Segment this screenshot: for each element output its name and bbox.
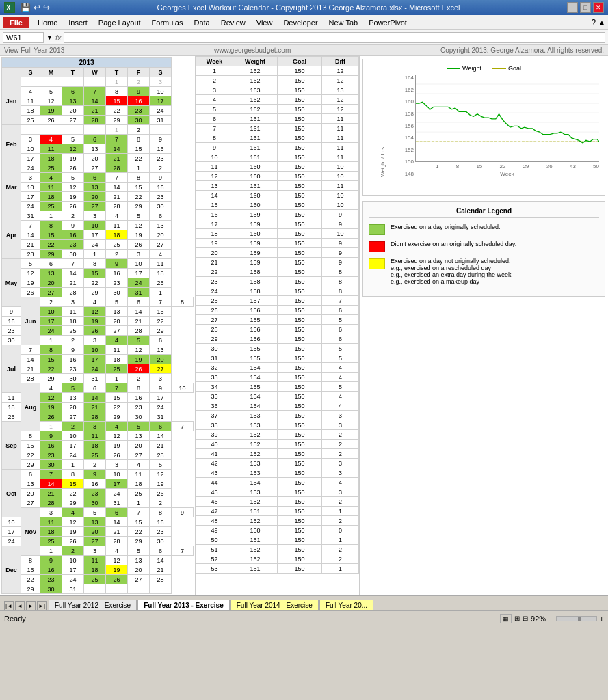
cal-day[interactable]: 30 <box>128 412 150 422</box>
cell-reference-input[interactable] <box>3 32 44 43</box>
cal-day[interactable]: 17 <box>62 441 84 450</box>
cal-day[interactable]: 6 <box>128 297 150 307</box>
cal-day[interactable]: 7 <box>106 135 128 144</box>
cal-day[interactable]: 5 <box>128 336 150 345</box>
cal-day[interactable]: 12 <box>150 470 172 479</box>
cal-day[interactable]: 31 <box>150 412 172 422</box>
cal-day[interactable]: 16 <box>150 144 172 154</box>
cal-day[interactable]: 19 <box>21 278 40 288</box>
cal-day[interactable]: 20 <box>21 489 40 498</box>
cal-day[interactable]: 1 <box>84 250 106 259</box>
cal-day[interactable]: 26 <box>62 537 84 546</box>
cal-day[interactable]: 18 <box>84 441 106 450</box>
cal-day[interactable]: 15 <box>40 230 62 240</box>
cal-day[interactable]: 21 <box>106 154 128 163</box>
cal-day[interactable]: 1 <box>40 211 62 221</box>
cal-day[interactable]: 14 <box>62 269 84 278</box>
cal-day[interactable]: 7 <box>84 87 106 96</box>
cal-day[interactable]: 3 <box>21 135 40 144</box>
cal-day[interactable]: 23 <box>106 278 128 288</box>
cal-day[interactable]: 2 <box>128 374 150 383</box>
cal-day[interactable]: 5 <box>128 422 150 431</box>
cal-day[interactable]: 29 <box>128 537 150 546</box>
cal-day[interactable]: 2 <box>62 422 84 431</box>
cal-day[interactable]: 25 <box>62 326 84 336</box>
cal-day[interactable]: 9 <box>106 259 128 269</box>
cal-day[interactable]: 22 <box>21 575 40 584</box>
cal-day[interactable]: 21 <box>21 364 40 374</box>
cal-day[interactable]: 30 <box>2 336 21 345</box>
cal-day[interactable]: 27 <box>128 450 150 460</box>
cal-day[interactable]: 20 <box>84 192 106 202</box>
close-button[interactable]: ✕ <box>593 2 604 13</box>
home-menu[interactable]: Home <box>32 17 63 28</box>
cal-day[interactable]: 10 <box>106 470 128 479</box>
cal-day[interactable]: 16 <box>150 517 172 527</box>
cal-day[interactable]: 17 <box>62 565 84 575</box>
cal-day[interactable]: 23 <box>128 106 150 116</box>
cal-day[interactable]: 26 <box>128 364 150 374</box>
cal-day[interactable]: 25 <box>150 278 172 288</box>
cal-day[interactable]: 27 <box>84 202 106 211</box>
cal-day[interactable]: 17 <box>84 230 106 240</box>
cal-day[interactable]: 1 <box>40 422 62 431</box>
cal-day[interactable]: 5 <box>128 546 150 556</box>
restore-button[interactable]: □ <box>580 2 591 13</box>
cal-day[interactable]: 7 <box>106 383 128 393</box>
cal-day[interactable]: 17 <box>128 269 150 278</box>
cal-day[interactable]: 31 <box>84 374 106 383</box>
cal-day[interactable]: 28 <box>106 163 128 173</box>
cal-day[interactable]: 5 <box>62 135 84 144</box>
cal-day[interactable]: 16 <box>2 317 21 326</box>
cal-day[interactable]: 19 <box>40 403 62 412</box>
cal-day[interactable]: 6 <box>150 546 172 556</box>
cal-day[interactable]: 3 <box>21 173 40 183</box>
cal-day[interactable]: 8 <box>128 173 150 183</box>
zoom-out-icon[interactable]: − <box>548 615 553 623</box>
cal-day[interactable]: 17 <box>150 393 172 403</box>
cal-day[interactable]: 7 <box>40 470 62 479</box>
cal-day[interactable]: 15 <box>150 307 172 317</box>
cal-day[interactable]: 23 <box>62 364 84 374</box>
cal-day[interactable]: 8 <box>150 508 172 517</box>
cal-day[interactable]: 4 <box>40 173 62 183</box>
cal-day[interactable]: 28 <box>21 250 40 259</box>
cal-day[interactable]: 25 <box>106 240 128 250</box>
cal-day[interactable]: 28 <box>106 202 128 211</box>
cal-day[interactable]: 17 <box>106 479 128 489</box>
cal-day[interactable]: 7 <box>150 297 172 307</box>
cal-day[interactable]: 24 <box>62 575 84 584</box>
cal-day[interactable]: 6 <box>150 211 172 221</box>
cal-day[interactable]: 3 <box>150 374 172 383</box>
cal-day[interactable]: 1 <box>128 163 150 173</box>
cal-day[interactable]: 21 <box>84 403 106 412</box>
cal-day[interactable]: 15 <box>106 393 128 403</box>
cal-day[interactable]: 27 <box>84 163 106 173</box>
cal-day[interactable]: 21 <box>128 317 150 326</box>
cal-day[interactable]: 23 <box>62 240 84 250</box>
cal-day[interactable]: 10 <box>21 144 40 154</box>
cal-day[interactable]: 9 <box>150 135 172 144</box>
cal-day[interactable]: 12 <box>62 517 84 527</box>
cal-day[interactable]: 18 <box>40 527 62 537</box>
cal-day[interactable]: 13 <box>84 183 106 192</box>
cal-day[interactable]: 14 <box>84 393 106 403</box>
cal-day[interactable]: 22 <box>128 192 150 202</box>
cal-day[interactable]: 21 <box>106 527 128 537</box>
cal-day[interactable]: 8 <box>21 431 40 441</box>
cal-day[interactable]: 11 <box>84 556 106 565</box>
cal-day[interactable]: 6 <box>106 508 128 517</box>
cal-day[interactable]: 11 <box>106 345 128 355</box>
cal-day[interactable]: 24 <box>2 537 21 546</box>
cal-day[interactable]: 15 <box>128 144 150 154</box>
cal-day[interactable]: 17 <box>21 154 40 163</box>
tab-full-year-2013[interactable]: Full Year 2013 - Exercise <box>137 600 230 610</box>
cal-day[interactable]: 1 <box>150 288 172 297</box>
cal-day[interactable]: 3 <box>84 336 106 345</box>
cal-day[interactable]: 19 <box>106 565 128 575</box>
cal-day[interactable]: 19 <box>40 106 62 116</box>
cal-day[interactable]: 7 <box>62 259 84 269</box>
cal-day[interactable]: 26 <box>150 489 172 498</box>
cal-day[interactable]: 23 <box>150 527 172 537</box>
cal-day[interactable]: 10 <box>84 345 106 355</box>
